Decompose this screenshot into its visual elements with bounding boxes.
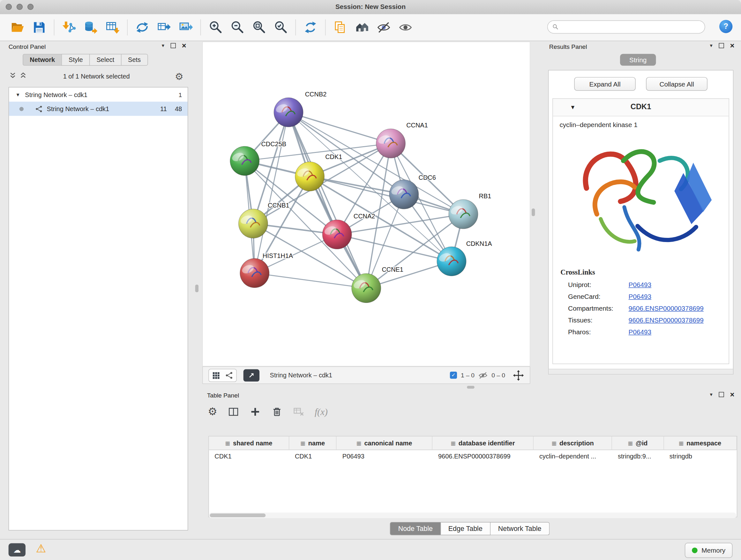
panel-float-icon[interactable] <box>719 43 724 48</box>
import-table-from-file-button[interactable] <box>102 17 123 38</box>
network-view-icon[interactable] <box>225 371 233 380</box>
selected-checkbox-icon[interactable]: ✓ <box>450 372 457 379</box>
edge-CCNB2-CCNA1[interactable] <box>288 112 391 143</box>
network-canvas[interactable]: CCNB2CCNA1CDC25BCDK1CDC6RB1CCNB1CCNA2CDK… <box>202 42 530 366</box>
tab-select[interactable]: Select <box>89 54 121 66</box>
export-image-button[interactable] <box>175 17 197 38</box>
pan-move-icon[interactable] <box>513 369 524 381</box>
delete-column-icon[interactable] <box>271 406 283 418</box>
column-header-name[interactable]: ▦name <box>289 436 337 449</box>
node-CCNA1[interactable] <box>376 129 406 158</box>
column-header-namespace[interactable]: ▦namespace <box>664 436 737 449</box>
node-CDC6[interactable] <box>389 180 419 209</box>
grid-view-icon[interactable] <box>212 371 220 380</box>
import-network-from-database-button[interactable] <box>80 17 102 38</box>
column-header-shared-name[interactable]: ▦shared name <box>209 436 289 449</box>
edge-CCNB2-CCNE1[interactable] <box>288 112 366 288</box>
tab-node-table[interactable]: Node Table <box>390 522 441 535</box>
cell: stringdb <box>664 453 737 460</box>
apply-layout-button[interactable] <box>300 17 321 38</box>
expand-all-button[interactable]: Expand All <box>574 77 636 91</box>
show-hidden-button[interactable] <box>395 17 416 38</box>
column-header-id[interactable]: ▦@id <box>612 436 664 449</box>
table-options-gear-icon[interactable]: ⚙ <box>208 406 217 418</box>
vertical-splitter-handle[interactable] <box>195 285 199 293</box>
function-builder-icon[interactable]: f(x) <box>315 407 328 417</box>
column-header-canonical-name[interactable]: ▦canonical name <box>337 436 432 449</box>
column-header-description[interactable]: ▦description <box>534 436 612 449</box>
node-HIST1H1A[interactable] <box>240 259 269 288</box>
export-network-button[interactable] <box>153 17 175 38</box>
zoom-selected-button[interactable] <box>270 17 292 38</box>
edge-HIST1H1A-CCNE1[interactable] <box>255 273 366 288</box>
node-RB1[interactable] <box>449 199 478 229</box>
cloud-status-button[interactable]: ☁ <box>9 543 25 557</box>
open-session-button[interactable] <box>7 17 28 38</box>
search-box[interactable] <box>547 20 705 34</box>
column-header-database-identifier[interactable]: ▦database identifier <box>432 436 534 449</box>
zoom-in-button[interactable] <box>205 17 226 38</box>
import-network-from-file-button[interactable] <box>58 17 80 38</box>
node-CDK1[interactable] <box>295 162 325 191</box>
help-button[interactable]: ? <box>719 20 732 33</box>
tab-network-table[interactable]: Network Table <box>490 522 549 535</box>
crosslink-pharos-link[interactable]: P06493 <box>629 328 651 336</box>
tab-style[interactable]: Style <box>62 54 89 66</box>
add-column-icon[interactable] <box>250 406 261 418</box>
show-all-networks-button[interactable] <box>351 17 373 38</box>
network-row-selected[interactable]: String Network – cdk1 11 48 <box>9 102 188 116</box>
node-CCNA2[interactable] <box>322 220 352 249</box>
scrollbar-thumb[interactable] <box>210 513 266 517</box>
network-edges <box>245 112 463 288</box>
horizontal-splitter-handle[interactable] <box>467 386 475 388</box>
detach-view-button[interactable] <box>244 369 259 381</box>
save-session-button[interactable] <box>28 17 50 38</box>
hide-selected-button[interactable] <box>373 17 394 38</box>
panel-close-icon[interactable]: × <box>182 43 186 49</box>
node-CDKN1A[interactable] <box>437 247 466 276</box>
tab-network[interactable]: Network <box>23 54 62 66</box>
crosslinks-list: Uniprot:P06493GeneCard:P06493Compartment… <box>553 281 729 336</box>
crosslink-compartments-link[interactable]: 9606.ENSP00000378699 <box>629 305 704 312</box>
node-table: ▦shared name▦name▦canonical name▦databas… <box>208 436 737 517</box>
panel-close-icon[interactable]: × <box>730 392 734 397</box>
crosslink-genecard-link[interactable]: P06493 <box>629 293 651 300</box>
network-collection-row[interactable]: ▼ String Network – cdk1 1 <box>9 87 188 102</box>
copy-document-button[interactable] <box>329 17 351 38</box>
edge-CCNA2-CDKN1A[interactable] <box>337 234 452 261</box>
vertical-splitter-handle[interactable] <box>532 208 535 216</box>
panel-menu-icon[interactable]: ▾ <box>710 391 712 397</box>
show-columns-icon[interactable] <box>227 406 239 418</box>
new-network-button[interactable] <box>131 17 153 38</box>
zoom-out-button[interactable] <box>226 17 248 38</box>
memory-button[interactable]: Memory <box>685 543 732 558</box>
node-CDC25B[interactable] <box>230 146 259 176</box>
panel-float-icon[interactable] <box>719 392 724 397</box>
tab-string[interactable]: String <box>620 54 656 66</box>
table-row[interactable]: CDK1CDK1P064939606.ENSP00000378699cyclin… <box>209 450 737 462</box>
crosslink-uniprot-link[interactable]: P06493 <box>629 281 651 289</box>
crosslink-tissues-link[interactable]: 9606.ENSP00000378699 <box>629 316 704 324</box>
edge-CCNB2-HIST1H1A[interactable] <box>255 112 288 273</box>
collapse-all-button[interactable]: Collapse All <box>646 77 708 91</box>
node-CCNB2[interactable] <box>274 98 303 127</box>
panel-menu-icon[interactable]: ▾ <box>162 43 164 49</box>
panel-close-icon[interactable]: × <box>730 43 734 49</box>
network-options-gear-icon[interactable]: ⚙ <box>175 71 184 82</box>
tab-sets[interactable]: Sets <box>121 54 148 66</box>
cell: 9606.ENSP00000378699 <box>432 453 534 460</box>
zoom-fit-content-button[interactable] <box>248 17 270 38</box>
node-CCNE1[interactable] <box>352 273 381 303</box>
tab-edge-table[interactable]: Edge Table <box>441 522 490 535</box>
table-horizontal-scrollbar[interactable] <box>209 512 737 518</box>
search-input[interactable] <box>562 23 704 31</box>
gene-section-header[interactable]: ▼ CDK1 <box>553 99 729 117</box>
panel-float-icon[interactable] <box>171 43 176 48</box>
warning-icon[interactable]: ⚠ <box>36 542 46 555</box>
hidden-eye-slash-icon[interactable] <box>478 370 488 380</box>
column-sort-icon: ▦ <box>300 440 306 446</box>
panel-menu-icon[interactable]: ▾ <box>710 43 712 49</box>
tree-expand-icon[interactable]: ▼ <box>16 92 20 97</box>
node-CCNB1[interactable] <box>239 209 268 239</box>
results-scrollbar[interactable] <box>549 369 733 374</box>
